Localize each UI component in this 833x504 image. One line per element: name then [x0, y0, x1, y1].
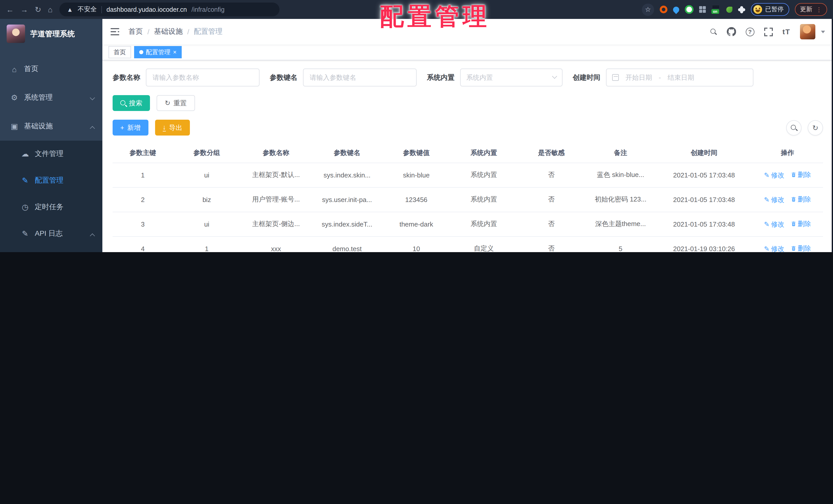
avatar[interactable] [800, 24, 815, 40]
extensions-puzzle-icon[interactable] [738, 6, 745, 13]
search-actions-row: 搜索 ↻ 重置 [113, 95, 823, 111]
breadcrumb-infrastructure[interactable]: 基础设施 [154, 27, 183, 36]
sidebar-toggle-icon[interactable] [111, 28, 119, 35]
sidebar-item-infrastructure[interactable]: ▣ 基础设施 [0, 112, 102, 141]
sidebar-item-access-logs[interactable]: ✎ 访问日志 [0, 247, 102, 252]
sidebar: 芋道管理系统 ⌂ 首页 ⚙ 系统管理 ▣ 基础设施 ☁ [0, 19, 102, 252]
param-name-input[interactable] [146, 69, 260, 86]
timer-icon: ◷ [19, 203, 31, 212]
font-size-icon[interactable]: tT [783, 28, 790, 36]
extension-proxy-icon[interactable] [685, 5, 693, 14]
github-icon[interactable] [727, 27, 736, 36]
not-secure-icon: ▲ [67, 6, 73, 13]
param-key-input[interactable] [303, 69, 416, 86]
chevron-up-icon [91, 122, 94, 130]
add-button-label: 新增 [127, 123, 141, 132]
reset-button[interactable]: ↻ 重置 [157, 95, 195, 111]
download-icon: ↓ [163, 124, 166, 131]
toggle-search-button[interactable] [786, 120, 802, 135]
cell-actions: ✎修改删除 [752, 236, 823, 252]
trash-icon [790, 246, 796, 251]
app-logo-row[interactable]: 芋道管理系统 [0, 19, 102, 49]
search-icon[interactable] [710, 28, 717, 35]
home-nav-icon[interactable]: ⌂ [48, 6, 52, 13]
log-icon: ✎ [19, 229, 31, 238]
reload-icon[interactable]: ↻ [35, 6, 41, 13]
extension-on-badge-icon[interactable]: on [711, 5, 721, 14]
search-button[interactable]: 搜索 [113, 95, 150, 111]
active-tab-dot [139, 50, 143, 54]
update-label: 更新 [800, 5, 812, 14]
avatar-caret-icon[interactable] [821, 30, 825, 33]
address-bar[interactable]: ▲ 不安全 dashboard.yudao.iocoder.cn/infra/c… [59, 3, 279, 16]
cell-group: ui [173, 212, 241, 236]
edit-square-icon: ✎ [19, 176, 31, 185]
fullscreen-icon[interactable] [764, 27, 773, 36]
back-icon[interactable]: ← [6, 6, 14, 13]
extension-leaf-icon[interactable] [726, 6, 733, 12]
tab-config-management[interactable]: 配置管理 × [134, 46, 182, 58]
forward-icon[interactable]: → [21, 6, 28, 13]
add-button[interactable]: + 新增 [113, 120, 148, 135]
sidebar-item-system-management[interactable]: ⚙ 系统管理 [0, 83, 102, 112]
search-icon [791, 125, 797, 131]
refresh-table-button[interactable]: ↻ [808, 120, 823, 135]
browser-update-button[interactable]: 更新 ⋮ [795, 3, 827, 16]
tags-view: 首页 配置管理 × [102, 45, 833, 60]
extension-drop-icon[interactable] [672, 5, 681, 14]
edit-icon: ✎ [764, 196, 769, 204]
close-icon[interactable]: × [173, 49, 176, 55]
builtin-select[interactable]: 系统内置 [460, 69, 563, 86]
sidebar-item-api-logs[interactable]: ✎ API 日志 [0, 221, 102, 247]
cell-group: biz [173, 187, 241, 212]
date-range-picker[interactable]: 开始日期 - 结束日期 [606, 69, 754, 86]
sidebar-item-scheduled-tasks[interactable]: ◷ 定时任务 [0, 194, 102, 221]
delete-link[interactable]: 删除 [790, 219, 811, 228]
search-button-label: 搜索 [129, 98, 142, 108]
kebab-menu-icon[interactable]: ⋮ [816, 6, 822, 13]
help-icon[interactable]: ? [746, 27, 755, 36]
cell-value: skin-blue [383, 162, 450, 187]
col-header-sensitive: 是否敏感 [518, 143, 585, 162]
edit-link[interactable]: ✎修改 [764, 244, 784, 252]
col-header-id: 参数主键 [113, 143, 173, 162]
sidebar-item-home[interactable]: ⌂ 首页 [0, 55, 102, 83]
export-button[interactable]: ↓ 导出 [155, 120, 190, 135]
cell-group: ui [173, 162, 241, 187]
extension-ring-icon[interactable] [660, 6, 667, 13]
navbar-actions: ? tT [710, 24, 825, 40]
cell-remark: 深色主题theme... [585, 212, 656, 236]
cell-builtin: 系统内置 [450, 162, 518, 187]
breadcrumb: 首页 / 基础设施 / 配置管理 [128, 27, 223, 36]
cell-name: 主框架页-默认... [241, 162, 312, 187]
col-header-group: 参数分组 [173, 143, 241, 162]
gear-icon: ⚙ [8, 93, 21, 102]
cell-actions: ✎修改删除 [752, 212, 823, 236]
bookmark-star-icon[interactable]: ☆ [642, 3, 654, 16]
sidebar-item-config-management[interactable]: ✎ 配置管理 [0, 167, 102, 194]
table-row: 1 ui 主框架页-默认... sys.index.skin... skin-b… [113, 162, 823, 187]
extension-grid-icon[interactable] [699, 6, 706, 13]
breadcrumb-home[interactable]: 首页 [128, 27, 143, 36]
profile-paused-pill[interactable]: 已暂停 [751, 3, 789, 16]
cell-created: 2021-01-05 17:03:48 [656, 162, 752, 187]
chevron-down-icon [91, 94, 94, 102]
main-area: 首页 / 基础设施 / 配置管理 ? tT [102, 19, 833, 252]
delete-link[interactable]: 删除 [790, 244, 811, 252]
delete-link[interactable]: 删除 [790, 170, 811, 179]
col-header-actions: 操作 [752, 143, 823, 162]
cell-actions: ✎修改删除 [752, 187, 823, 212]
url-host: dashboard.yudao.iocoder.cn [106, 6, 187, 13]
trash-icon [790, 221, 796, 227]
sidebar-item-file-management[interactable]: ☁ 文件管理 [0, 141, 102, 167]
tab-home[interactable]: 首页 [109, 46, 131, 58]
edit-link[interactable]: ✎修改 [764, 195, 784, 204]
tab-label: 配置管理 [146, 48, 170, 56]
edit-link[interactable]: ✎修改 [764, 220, 784, 229]
edit-link[interactable]: ✎修改 [764, 171, 784, 180]
sidebar-menu: ⌂ 首页 ⚙ 系统管理 ▣ 基础设施 ☁ 文件管理 [0, 49, 102, 252]
col-header-key: 参数键名 [311, 143, 383, 162]
delete-link[interactable]: 删除 [790, 195, 811, 204]
calendar-icon [612, 74, 619, 81]
date-end-placeholder: 结束日期 [668, 73, 694, 82]
